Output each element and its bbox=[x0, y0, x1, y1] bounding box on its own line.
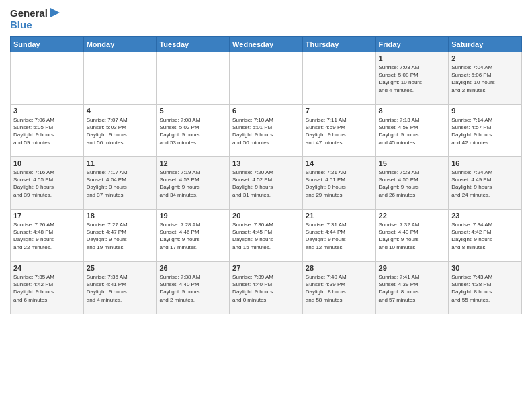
calendar-week-4: 17Sunrise: 7:26 AM Sunset: 4:48 PM Dayli… bbox=[11, 210, 522, 262]
day-number: 27 bbox=[232, 264, 300, 272]
calendar-cell: 6Sunrise: 7:10 AM Sunset: 5:01 PM Daylig… bbox=[230, 105, 303, 157]
day-info: Sunrise: 7:38 AM Sunset: 4:40 PM Dayligh… bbox=[159, 273, 226, 304]
day-info: Sunrise: 7:10 AM Sunset: 5:01 PM Dayligh… bbox=[232, 116, 300, 146]
calendar-cell: 14Sunrise: 7:21 AM Sunset: 4:51 PM Dayli… bbox=[302, 157, 375, 210]
day-info: Sunrise: 7:39 AM Sunset: 4:40 PM Dayligh… bbox=[232, 273, 300, 304]
day-info: Sunrise: 7:32 AM Sunset: 4:43 PM Dayligh… bbox=[379, 221, 446, 251]
day-number: 23 bbox=[451, 212, 519, 220]
calendar-cell: 1Sunrise: 7:03 AM Sunset: 5:08 PM Daylig… bbox=[375, 52, 449, 105]
day-number: 16 bbox=[451, 159, 519, 167]
calendar-cell: 7Sunrise: 7:11 AM Sunset: 4:59 PM Daylig… bbox=[302, 105, 375, 157]
header-sunday: Sunday bbox=[11, 37, 84, 52]
calendar-cell: 30Sunrise: 7:43 AM Sunset: 4:38 PM Dayli… bbox=[449, 262, 522, 314]
day-info: Sunrise: 7:28 AM Sunset: 4:46 PM Dayligh… bbox=[159, 221, 226, 251]
logo-general-text: General bbox=[10, 7, 48, 19]
calendar-week-2: 3Sunrise: 7:06 AM Sunset: 5:05 PM Daylig… bbox=[11, 105, 522, 157]
calendar-cell: 26Sunrise: 7:38 AM Sunset: 4:40 PM Dayli… bbox=[157, 262, 230, 314]
logo: General Blue bbox=[10, 7, 61, 31]
day-info: Sunrise: 7:43 AM Sunset: 4:38 PM Dayligh… bbox=[451, 273, 519, 304]
header: General Blue bbox=[10, 7, 522, 31]
calendar-cell: 11Sunrise: 7:17 AM Sunset: 4:54 PM Dayli… bbox=[83, 157, 157, 210]
calendar-cell: 18Sunrise: 7:27 AM Sunset: 4:47 PM Dayli… bbox=[83, 210, 157, 262]
day-number: 7 bbox=[306, 107, 373, 115]
calendar-cell: 20Sunrise: 7:30 AM Sunset: 4:45 PM Dayli… bbox=[230, 210, 303, 262]
svg-marker-0 bbox=[50, 8, 60, 17]
day-number: 15 bbox=[379, 159, 446, 167]
day-info: Sunrise: 7:27 AM Sunset: 4:47 PM Dayligh… bbox=[87, 221, 154, 251]
calendar-week-3: 10Sunrise: 7:16 AM Sunset: 4:55 PM Dayli… bbox=[11, 157, 522, 210]
calendar-cell bbox=[83, 52, 157, 105]
calendar-cell: 25Sunrise: 7:36 AM Sunset: 4:41 PM Dayli… bbox=[83, 262, 157, 314]
calendar-cell: 4Sunrise: 7:07 AM Sunset: 5:03 PM Daylig… bbox=[83, 105, 157, 157]
calendar-header-row: SundayMondayTuesdayWednesdayThursdayFrid… bbox=[11, 37, 522, 52]
day-info: Sunrise: 7:41 AM Sunset: 4:39 PM Dayligh… bbox=[379, 273, 446, 304]
calendar-cell bbox=[230, 52, 303, 105]
day-number: 13 bbox=[232, 159, 300, 167]
day-info: Sunrise: 7:04 AM Sunset: 5:06 PM Dayligh… bbox=[451, 64, 519, 94]
calendar-cell: 19Sunrise: 7:28 AM Sunset: 4:46 PM Dayli… bbox=[157, 210, 230, 262]
day-number: 20 bbox=[232, 212, 300, 220]
calendar-cell: 15Sunrise: 7:23 AM Sunset: 4:50 PM Dayli… bbox=[375, 157, 449, 210]
day-info: Sunrise: 7:23 AM Sunset: 4:50 PM Dayligh… bbox=[379, 169, 446, 199]
day-number: 12 bbox=[159, 159, 226, 167]
calendar-cell bbox=[302, 52, 375, 105]
calendar-cell: 13Sunrise: 7:20 AM Sunset: 4:52 PM Dayli… bbox=[230, 157, 303, 210]
calendar-cell: 8Sunrise: 7:13 AM Sunset: 4:58 PM Daylig… bbox=[375, 105, 449, 157]
calendar-cell: 21Sunrise: 7:31 AM Sunset: 4:44 PM Dayli… bbox=[302, 210, 375, 262]
day-info: Sunrise: 7:19 AM Sunset: 4:53 PM Dayligh… bbox=[159, 169, 226, 199]
calendar-cell: 3Sunrise: 7:06 AM Sunset: 5:05 PM Daylig… bbox=[11, 105, 84, 157]
day-number: 10 bbox=[13, 159, 81, 167]
header-wednesday: Wednesday bbox=[230, 37, 303, 52]
day-info: Sunrise: 7:30 AM Sunset: 4:45 PM Dayligh… bbox=[232, 221, 300, 251]
calendar-week-5: 24Sunrise: 7:35 AM Sunset: 4:42 PM Dayli… bbox=[11, 262, 522, 314]
calendar-cell: 27Sunrise: 7:39 AM Sunset: 4:40 PM Dayli… bbox=[230, 262, 303, 314]
calendar-cell: 22Sunrise: 7:32 AM Sunset: 4:43 PM Dayli… bbox=[375, 210, 449, 262]
day-number: 14 bbox=[306, 159, 373, 167]
day-number: 29 bbox=[379, 264, 446, 272]
header-thursday: Thursday bbox=[302, 37, 375, 52]
day-info: Sunrise: 7:20 AM Sunset: 4:52 PM Dayligh… bbox=[232, 169, 300, 199]
logo-block: General Blue bbox=[10, 7, 61, 31]
day-info: Sunrise: 7:11 AM Sunset: 4:59 PM Dayligh… bbox=[306, 116, 373, 146]
header-saturday: Saturday bbox=[449, 37, 522, 52]
day-info: Sunrise: 7:40 AM Sunset: 4:39 PM Dayligh… bbox=[306, 273, 373, 304]
day-number: 2 bbox=[451, 54, 519, 62]
header-monday: Monday bbox=[83, 37, 157, 52]
calendar-cell: 9Sunrise: 7:14 AM Sunset: 4:57 PM Daylig… bbox=[449, 105, 522, 157]
calendar-week-1: 1Sunrise: 7:03 AM Sunset: 5:08 PM Daylig… bbox=[11, 52, 522, 105]
day-info: Sunrise: 7:36 AM Sunset: 4:41 PM Dayligh… bbox=[87, 273, 154, 304]
day-number: 4 bbox=[87, 107, 154, 115]
day-info: Sunrise: 7:07 AM Sunset: 5:03 PM Dayligh… bbox=[87, 116, 154, 146]
day-info: Sunrise: 7:06 AM Sunset: 5:05 PM Dayligh… bbox=[13, 116, 81, 146]
calendar-cell bbox=[11, 52, 84, 105]
day-number: 1 bbox=[379, 54, 446, 62]
day-number: 28 bbox=[306, 264, 373, 272]
day-number: 24 bbox=[13, 264, 81, 272]
day-number: 26 bbox=[159, 264, 226, 272]
calendar-table: SundayMondayTuesdayWednesdayThursdayFrid… bbox=[10, 36, 522, 314]
day-info: Sunrise: 7:21 AM Sunset: 4:51 PM Dayligh… bbox=[306, 169, 373, 199]
day-number: 9 bbox=[451, 107, 519, 115]
day-info: Sunrise: 7:31 AM Sunset: 4:44 PM Dayligh… bbox=[306, 221, 373, 251]
calendar-cell: 28Sunrise: 7:40 AM Sunset: 4:39 PM Dayli… bbox=[302, 262, 375, 314]
page-container: General Blue SundayMondayTuesdayWednesda… bbox=[0, 0, 532, 318]
day-info: Sunrise: 7:03 AM Sunset: 5:08 PM Dayligh… bbox=[379, 64, 446, 94]
day-info: Sunrise: 7:16 AM Sunset: 4:55 PM Dayligh… bbox=[13, 169, 81, 199]
day-number: 18 bbox=[87, 212, 154, 220]
calendar-cell: 10Sunrise: 7:16 AM Sunset: 4:55 PM Dayli… bbox=[11, 157, 84, 210]
day-number: 25 bbox=[87, 264, 154, 272]
day-info: Sunrise: 7:26 AM Sunset: 4:48 PM Dayligh… bbox=[13, 221, 81, 251]
logo-blue-text: Blue bbox=[10, 19, 32, 30]
header-friday: Friday bbox=[375, 37, 449, 52]
day-number: 11 bbox=[87, 159, 154, 167]
day-number: 22 bbox=[379, 212, 446, 220]
day-number: 8 bbox=[379, 107, 446, 115]
calendar-cell: 23Sunrise: 7:34 AM Sunset: 4:42 PM Dayli… bbox=[449, 210, 522, 262]
day-info: Sunrise: 7:24 AM Sunset: 4:49 PM Dayligh… bbox=[451, 169, 519, 199]
day-number: 6 bbox=[232, 107, 300, 115]
day-number: 17 bbox=[13, 212, 81, 220]
day-number: 19 bbox=[159, 212, 226, 220]
header-tuesday: Tuesday bbox=[157, 37, 230, 52]
calendar-cell: 17Sunrise: 7:26 AM Sunset: 4:48 PM Dayli… bbox=[11, 210, 84, 262]
day-info: Sunrise: 7:14 AM Sunset: 4:57 PM Dayligh… bbox=[451, 116, 519, 146]
